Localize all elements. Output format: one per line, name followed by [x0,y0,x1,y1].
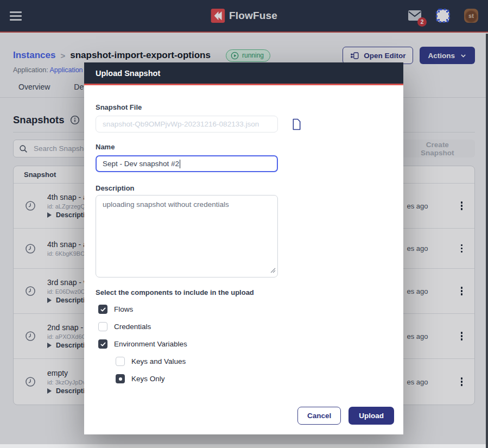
bottom-edge [0,444,488,448]
description-textarea[interactable]: uploading snapshot without credentials [96,195,278,277]
upload-snapshot-dialog: Upload Snapshot Snapshot File snapshot-Q… [84,62,403,434]
components-heading: Select the components to include in the … [96,288,392,296]
snapshot-file-label: Snapshot File [96,103,392,111]
description-label: Description [96,184,392,192]
snapshot-file-input[interactable]: snapshot-Qb9OMPjvWp-20231216-082133.json [96,116,278,132]
snapshot-file-placeholder: snapshot-Qb9OMPjvWp-20231216-082133.json [103,120,259,128]
right-edge [486,34,488,448]
radio-unchecked-icon [116,357,125,366]
checkbox-environment-variables[interactable]: Environment Variables [98,339,392,349]
radio-label: Keys Only [131,375,165,383]
radio-label: Keys and Values [131,357,186,365]
radio-keys-and-values[interactable]: Keys and Values [116,357,392,366]
checkbox-label: Environment Variables [114,340,187,348]
checkbox-label: Flows [114,305,133,313]
checkbox-unchecked-icon [98,322,107,331]
file-document-icon[interactable] [291,118,302,130]
name-label: Name [96,143,392,151]
checkbox-flows[interactable]: Flows [98,305,392,314]
checkbox-checked-icon [98,339,107,349]
dialog-title: Upload Snapshot [96,69,160,78]
text-cursor [180,160,180,168]
cancel-button[interactable]: Cancel [297,407,341,425]
name-input[interactable]: Sept - Dev snapshot #2 [96,155,278,172]
name-value: Sept - Dev snapshot #2 [103,160,179,168]
checkbox-checked-icon [98,305,107,314]
checkbox-label: Credentials [114,323,151,331]
checkbox-credentials[interactable]: Credentials [98,322,392,331]
radio-selected-icon [116,374,125,383]
dialog-header: Upload Snapshot [84,62,403,85]
radio-keys-only[interactable]: Keys Only [116,374,392,383]
upload-button[interactable]: Upload [348,407,394,425]
